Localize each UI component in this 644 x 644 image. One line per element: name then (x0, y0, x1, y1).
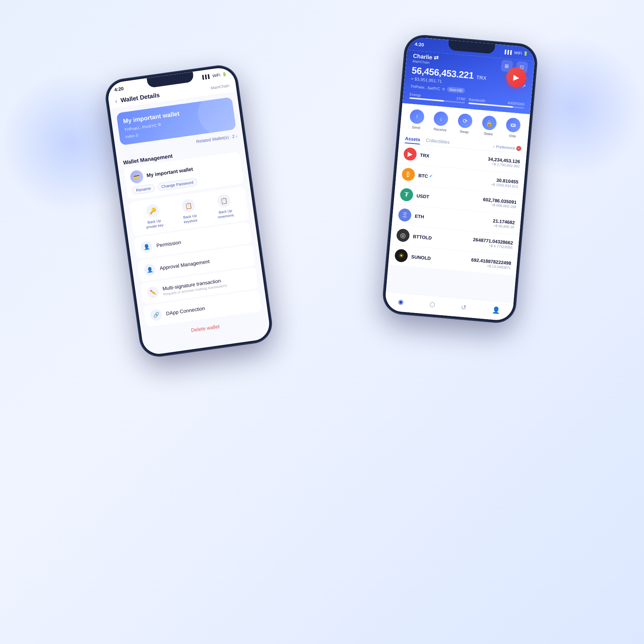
btc-amount: 30.810455 ≈$ 1555,934.813 (491, 177, 518, 189)
swap-icon: ⟳ (457, 113, 473, 128)
bttold-icon: ◎ (396, 228, 410, 242)
swap-action[interactable]: ⟳ Swap (457, 113, 473, 134)
trx-amount: 34,234,453.126 ≈$ 2,760,842.982 (487, 156, 520, 169)
trx-icon: ▶ (403, 147, 417, 161)
main-wallet-screen: 4:20 ▌▌▌ WiFi 🔋 Charlie ⇄ MainChain ⊞ (384, 36, 536, 321)
sunold-name: SUNOLD (411, 254, 431, 261)
btc-name: BTC ✓ (418, 172, 433, 179)
stake-action[interactable]: 🔒 Stake (481, 115, 497, 136)
sunold-icon: ☀ (394, 249, 408, 263)
energy-item: Energy 37/60 (409, 92, 465, 104)
back-button[interactable]: ‹ (115, 98, 118, 105)
user-info: Charlie ⇄ MainChain (413, 52, 439, 65)
receive-icon: ↓ (433, 111, 449, 126)
eth-amount: 21.174682 ≈$ 85,885.35 (492, 218, 515, 229)
usdt-amount: 602,786.035091 ≈$ 606,000.199 (483, 197, 517, 209)
preference-button[interactable]: ↕ Preference + (493, 143, 521, 151)
nav-discover[interactable]: ⬡ (429, 300, 435, 308)
balance-symbol: TRX (476, 74, 487, 81)
nav-history[interactable]: ↺ (460, 303, 467, 311)
bottom-nav: ◉ ⬡ ↺ 👤 (384, 292, 513, 321)
dapp-label: DApp Connection (166, 305, 205, 316)
send-icon: ↑ (409, 109, 425, 124)
non-hd-badge: Non-HD (447, 87, 465, 93)
change-password-button[interactable]: Change Password (157, 178, 198, 191)
swap-label: Swap (459, 129, 469, 134)
usdt-name: USDT (416, 193, 430, 199)
approval-icon: 👤 (143, 263, 156, 276)
right-phone: 4:20 ▌▌▌ WiFi 🔋 Charlie ⇄ MainChain ⊞ (382, 34, 538, 323)
mnemonic-icon: 📋 (216, 194, 231, 208)
eth-name: ETH (415, 213, 424, 219)
permission-label: Permission (156, 239, 181, 248)
btc-icon: ₿ (401, 167, 415, 181)
wallet-details-screen: 4:20 ▌▌▌ WiFi 🔋 ‹ Wallet Details MainCha… (106, 66, 271, 356)
permission-icon: 👤 (140, 240, 153, 253)
left-status-time: 4:20 (114, 86, 124, 92)
backup-keystore-label: Back Upkeystore (183, 213, 197, 224)
backup-private-key[interactable]: 🔑 Back Upprivate key (143, 203, 164, 230)
sunold-amount: 692.418878222498 ≈$ 13.5483871 (471, 257, 512, 270)
rename-button[interactable]: Rename (132, 184, 155, 195)
key-icon: 🔑 (145, 204, 160, 218)
send-action[interactable]: ↑ Send (409, 109, 425, 130)
discover-nav-icon: ⬡ (429, 300, 435, 308)
vote-action[interactable]: 🎟 Vote (505, 117, 521, 138)
left-phone: 4:20 ▌▌▌ WiFi 🔋 ‹ Wallet Details MainCha… (104, 64, 274, 358)
stake-label: Stake (484, 131, 493, 136)
send-label: Send (412, 125, 420, 130)
btc-verified-icon: ✓ (429, 174, 433, 179)
usdt-icon: ₮ (400, 188, 414, 202)
asset-list: ▶ TRX 34,234,453.126 ≈$ 2,760,842.982 ₿ (388, 143, 526, 276)
bttold-name: BTTOLD (413, 234, 432, 241)
nav-assets[interactable]: ◉ (398, 298, 404, 306)
backup-mnemonic[interactable]: 📋 Back Upmnemonic (215, 193, 234, 220)
bandwidth-label: Bandwidth (469, 97, 486, 103)
nav-profile[interactable]: 👤 (492, 306, 500, 314)
profile-nav-icon: 👤 (492, 306, 500, 314)
trx-name: TRX (420, 152, 430, 158)
left-status-icons: ▌▌▌ WiFi 🔋 (202, 72, 228, 80)
tab-assets[interactable]: Assets (405, 133, 421, 145)
preference-badge: + (516, 146, 521, 151)
dapp-icon: 🔗 (150, 308, 162, 321)
wallet-address-text: THPwer...5wtfYC (410, 84, 440, 91)
tab-collectibles[interactable]: Collectibles (425, 135, 450, 147)
vote-icon: 🎟 (506, 117, 521, 133)
backup-private-key-label: Back Upprivate key (145, 218, 164, 229)
backup-keystore[interactable]: 📋 Back Upkeystore (181, 198, 198, 224)
receive-label: Receive (434, 127, 447, 132)
eth-icon: Ξ (398, 208, 412, 222)
multisig-icon: ✏️ (146, 286, 159, 299)
chain-label: MainChain (210, 83, 230, 90)
stake-icon: 🔒 (482, 115, 497, 131)
bandwidth-item: Bandwidth 4000/5000 (468, 97, 525, 109)
assets-nav-icon: ◉ (398, 298, 404, 306)
backup-mnemonic-label: Back Upmnemonic (217, 208, 234, 219)
wallet-avatar: 💳 (130, 170, 144, 184)
history-nav-icon: ↺ (460, 303, 467, 311)
energy-label: Energy (409, 92, 421, 97)
copy-address-icon[interactable]: ⧉ (442, 87, 445, 91)
bttold-amount: 2648771.04328662 ≈$ 6.77419355 (473, 237, 513, 250)
right-status-time: 4:20 (415, 41, 424, 47)
receive-action[interactable]: ↓ Receive (433, 111, 449, 132)
vote-label: Vote (509, 133, 516, 138)
keystore-icon: 📋 (181, 198, 196, 213)
approval-label: Approval Management (159, 258, 210, 271)
right-status-icons: ▌▌▌ WiFi 🔋 (504, 49, 528, 56)
